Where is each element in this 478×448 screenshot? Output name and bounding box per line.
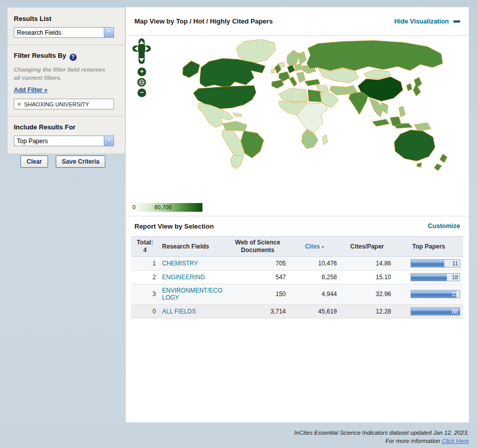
hide-visualization-link[interactable]: Hide Visualization [394, 18, 460, 25]
map-color-legend: 0 80,708 [131, 203, 202, 212]
save-criteria-button[interactable]: Save Criteria [56, 155, 105, 168]
results-list-selected-value: Research Fields [14, 28, 104, 37]
row-rank: 3 [131, 284, 159, 305]
dropdown-arrow-icon[interactable]: ▼ [104, 136, 113, 146]
row-cites: 10,476 [289, 257, 340, 271]
report-table: Total: 4 Research Fields Web of Science … [131, 236, 463, 319]
results-list-label: Results List [14, 15, 119, 23]
criteria-buttons: Clear Save Criteria [20, 155, 105, 168]
map-countries [183, 39, 447, 171]
top-papers-value: 18 [452, 274, 458, 280]
row-documents: 705 [226, 257, 289, 271]
row-rank: 1 [131, 257, 159, 271]
table-header-row: Total: 4 Research Fields Web of Science … [131, 237, 463, 257]
row-cites-per-paper: 15.10 [340, 271, 394, 284]
filter-chip-shaoxing-university[interactable]: × SHAOXING UNIVERSITY [14, 99, 114, 109]
more-info-text: For more information [385, 438, 442, 444]
top-papers-bar: 88 [411, 307, 460, 316]
sort-down-icon: ▾ [322, 244, 324, 250]
click-here-link[interactable]: Click Here [442, 438, 469, 444]
top-papers-bar-fill [411, 260, 444, 267]
filter-note: Changing the filter field removes all cu… [14, 65, 119, 82]
table-row: 3 ENVIRONMENT/ECOLOGY 150 4,944 32.96 22 [131, 284, 463, 305]
column-header-documents[interactable]: Web of Science Documents [226, 237, 289, 257]
row-cites: 45,619 [289, 304, 340, 318]
filter-sidebar: Results List Research Fields ▼ Filter Re… [7, 7, 125, 154]
column-header-research-fields[interactable]: Research Fields [159, 237, 226, 257]
dataset-updated-text: InCites Essential Science Indicators dat… [294, 429, 469, 437]
column-header-cites-sorted[interactable]: Cites ▾ [289, 237, 340, 257]
dropdown-arrow-icon[interactable]: ▼ [104, 28, 113, 37]
help-icon[interactable]: ? [70, 54, 77, 61]
map-view-header: Map View by Top / Hot / Highly Cited Pap… [126, 7, 469, 36]
top-papers-bar: 22 [411, 290, 460, 298]
zoom-out-button[interactable]: − [138, 88, 146, 97]
filter-results-by-label: Filter Results By? [14, 52, 119, 61]
legend-max-value: 80,708 [154, 204, 172, 210]
top-papers-value: 88 [452, 308, 458, 315]
research-field-link[interactable]: CHEMISTRY [162, 260, 223, 267]
row-documents: 547 [226, 271, 289, 284]
report-view-title: Report View by Selection [134, 222, 214, 230]
sidebar-divider [8, 116, 125, 117]
customize-link[interactable]: Customize [428, 222, 460, 230]
top-papers-value: 22 [452, 291, 458, 297]
results-list-select[interactable]: Research Fields ▼ [14, 27, 114, 38]
row-rank: 2 [131, 271, 159, 284]
table-row: 2 ENGINEERING 547 8,258 15.10 18 [131, 271, 463, 284]
remove-filter-icon[interactable]: × [17, 101, 21, 107]
main-panel: Map View by Top / Hot / Highly Cited Pap… [126, 7, 469, 422]
include-results-selected-value: Top Papers [14, 136, 104, 146]
clear-button[interactable]: Clear [20, 155, 48, 168]
world-extent-button[interactable] [137, 78, 146, 87]
research-field-link[interactable]: ENGINEERING [162, 274, 223, 281]
legend-min-value: 0 [132, 204, 135, 210]
zoom-in-button[interactable]: + [138, 68, 146, 76]
choropleth-world-map[interactable] [128, 37, 465, 190]
globe-icon [137, 78, 146, 87]
table-row: 1 CHEMISTRY 705 10,476 14.86 11 [131, 257, 463, 271]
row-rank: 0 [131, 304, 159, 318]
row-cites-per-paper: 32.96 [340, 284, 394, 305]
map-pan-control[interactable] [132, 38, 151, 64]
row-cites-per-paper: 14.86 [340, 257, 394, 271]
sidebar-divider [8, 44, 125, 45]
row-documents: 150 [226, 284, 289, 305]
column-header-cites-per-paper[interactable]: Cites/Paper [340, 237, 394, 257]
filter-chip-label: SHAOXING UNIVERSITY [24, 101, 89, 107]
research-field-link[interactable]: ALL FIELDS [162, 308, 223, 315]
table-row: 0 ALL FIELDS 3,714 45,619 12.28 88 [131, 304, 463, 318]
column-header-total: Total: 4 [131, 237, 159, 257]
dataset-footer: InCites Essential Science Indicators dat… [294, 429, 469, 445]
world-map-region: + − 0 80,708 [126, 36, 469, 216]
row-cites-per-paper: 12.28 [340, 304, 394, 318]
row-documents: 3,714 [226, 304, 289, 318]
map-navigation-controls: + − [132, 38, 153, 97]
row-cites: 4,944 [289, 284, 340, 305]
include-results-select[interactable]: Top Papers ▼ [14, 136, 114, 146]
row-cites: 8,258 [289, 271, 340, 284]
collapse-minus-icon [453, 20, 460, 23]
top-papers-bar: 11 [411, 259, 460, 267]
top-papers-value: 11 [452, 260, 458, 266]
include-results-for-label: Include Results For [14, 123, 119, 131]
add-filter-link[interactable]: Add Filter » [14, 86, 48, 94]
report-view-header: Report View by Selection Customize [126, 216, 469, 236]
research-field-link[interactable]: ENVIRONMENT/ECOLOGY [162, 287, 223, 302]
top-papers-bar: 18 [411, 273, 460, 281]
map-view-title: Map View by Top / Hot / Highly Cited Pap… [134, 17, 272, 25]
top-papers-bar-fill [411, 290, 457, 298]
report-table-body: 1 CHEMISTRY 705 10,476 14.86 11 2 ENGINE… [131, 257, 463, 319]
top-papers-bar-fill [411, 274, 447, 281]
column-header-top-papers[interactable]: Top Papers [394, 237, 463, 257]
